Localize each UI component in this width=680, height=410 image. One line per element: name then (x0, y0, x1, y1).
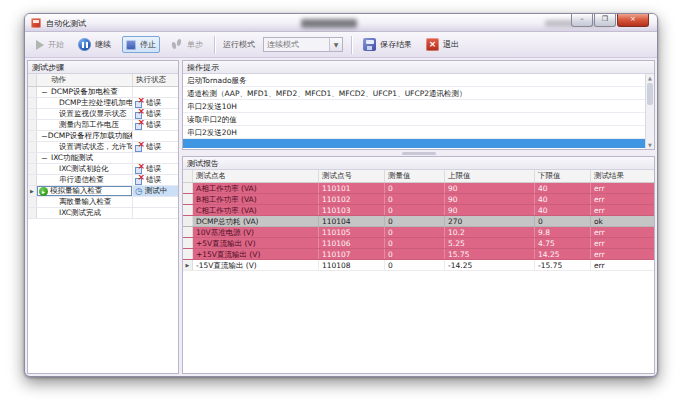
cell-id: 110102 (319, 194, 385, 204)
log-line[interactable]: 串口2发送10H (183, 100, 645, 113)
toolbar-separator (351, 36, 352, 54)
test-steps-panel: 测试步骤 动作 执行状态 −DCMP设备加电检查DCMP主控处理机加电错误设置监… (27, 60, 179, 374)
cell-measured: 0 (385, 216, 445, 226)
cell-id: 110105 (319, 227, 385, 237)
step-row[interactable]: 设置监视仪显示状态错误 (28, 109, 178, 120)
step-label: 设置监视仪显示状态 (59, 109, 127, 119)
cell-result: err (591, 249, 654, 259)
log-line[interactable]: 通道检测（AAP、MFD1、MFD2、MFCD1、MFCD2、UFCP1、UFC… (183, 87, 645, 100)
step-action-cell: 设置调试状态，允许Tornado... (37, 142, 132, 152)
error-icon (135, 176, 144, 185)
report-row[interactable]: +5V直流输出 (V)11010605.254.75err (183, 238, 654, 249)
report-row[interactable]: ▶-15V直流输出 (V)1101080-14.25-15.75err (183, 260, 654, 271)
collapse-icon[interactable]: − (41, 154, 51, 163)
cell-id: 110106 (319, 238, 385, 248)
step-button-label: 单步 (187, 39, 203, 50)
step-label: 串行通信检查 (59, 175, 104, 185)
collapse-icon[interactable]: − (41, 132, 48, 141)
error-icon (135, 143, 144, 152)
report-row[interactable]: C相工作功率 (VA)11010309040err (183, 205, 654, 216)
step-row[interactable]: IXC测试初始化错误 (28, 164, 178, 175)
save-icon (363, 38, 376, 51)
close-button[interactable]: × (617, 14, 649, 27)
cell-name: +5V直流输出 (V) (193, 238, 319, 248)
cell-upper: 90 (445, 194, 535, 204)
cell-result: err (591, 205, 654, 215)
app-window: 自动化测试 – ❐ × 开始 继续 停止 (24, 13, 658, 377)
resume-button[interactable]: 继续 (75, 36, 114, 53)
steps-action-column-header: 动作 (37, 74, 132, 86)
exit-button[interactable]: × 退出 (423, 36, 462, 53)
log-line[interactable]: 启动Tornado服务 (183, 74, 645, 87)
report-row[interactable]: DCMP总功耗 (VA)11010402700ok (183, 216, 654, 227)
error-icon (135, 165, 144, 174)
save-results-button[interactable]: 保存结果 (360, 36, 415, 53)
desktop-background: 自动化测试 – ❐ × 开始 继续 停止 (0, 0, 680, 410)
test-report-panel: 测试报告 测试点名 测试点号 测量值 上限值 下限值 测试结果 A相工作功率 (… (182, 156, 655, 374)
report-rows: A相工作功率 (VA)11010109040errB相工作功率 (VA)1101… (183, 183, 654, 271)
step-status-cell: 错误 (132, 142, 178, 152)
run-mode-select[interactable]: 连续模式 ▼ (263, 37, 343, 52)
cell-upper: 270 (445, 216, 535, 226)
report-row[interactable]: +15V直流输出 (V)110107015.7514.25err (183, 249, 654, 260)
cell-result: err (591, 238, 654, 248)
scrollbar-thumb[interactable] (647, 83, 653, 105)
cell-upper: -14.25 (445, 260, 535, 270)
step-status-cell: ◷测试中 (132, 186, 178, 196)
collapse-icon[interactable]: − (41, 88, 51, 97)
scroll-down-icon[interactable]: ▼ (646, 141, 654, 149)
step-label: 模拟量输入检查 (50, 186, 103, 196)
report-row[interactable]: 10V基准电源 (V)110105010.29.8err (183, 227, 654, 238)
row-selector (28, 131, 37, 141)
main-content: 测试步骤 动作 执行状态 −DCMP设备加电检查DCMP主控处理机加电错误设置监… (27, 60, 655, 374)
cell-result: err (591, 194, 654, 204)
step-status-text: 错误 (146, 142, 161, 152)
step-row[interactable]: −DCMP设备加电检查 (28, 87, 178, 98)
cell-name: A相工作功率 (VA) (193, 183, 319, 193)
step-status-text: 错误 (146, 98, 161, 108)
log-line-selected[interactable] (183, 139, 645, 148)
step-row[interactable]: −DCMP设备程序加载功能检查 (28, 131, 178, 142)
start-button[interactable]: 开始 (33, 37, 67, 52)
test-report-title: 测试报告 (183, 157, 654, 170)
step-row[interactable]: 离散量输入检查 (28, 197, 178, 208)
cell-name: C相工作功率 (VA) (193, 205, 319, 215)
titlebar[interactable]: 自动化测试 – ❐ × (25, 14, 657, 32)
cell-id: 110108 (319, 260, 385, 270)
row-selector (28, 120, 37, 130)
cell-upper: 10.2 (445, 227, 535, 237)
step-row[interactable]: IXC测试完成 (28, 208, 178, 219)
step-row[interactable]: DCMP主控处理机加电错误 (28, 98, 178, 109)
cell-upper: 90 (445, 183, 535, 193)
row-selector (28, 208, 37, 218)
cell-name: B相工作功率 (VA) (193, 194, 319, 204)
row-selector (183, 238, 193, 248)
row-selector (183, 249, 193, 259)
report-row[interactable]: B相工作功率 (VA)11010209040err (183, 194, 654, 205)
scroll-up-icon[interactable]: ▲ (646, 74, 654, 82)
log-line[interactable]: 串口2发送20H (183, 126, 645, 139)
log-line[interactable]: 读取串口2的值 (183, 113, 645, 126)
stop-icon (126, 40, 136, 50)
minimize-button[interactable]: – (571, 14, 593, 27)
step-row[interactable]: 设置调试状态，允许Tornado...错误 (28, 142, 178, 153)
maximize-button[interactable]: ❐ (594, 14, 616, 27)
step-row[interactable]: 串行通信检查错误 (28, 175, 178, 186)
step-row[interactable]: −IXC功能测试 (28, 153, 178, 164)
report-row[interactable]: A相工作功率 (VA)11010109040err (183, 183, 654, 194)
stop-button[interactable]: 停止 (122, 36, 160, 53)
toolbar-separator (214, 36, 215, 54)
cell-lower: 40 (535, 183, 591, 193)
step-row[interactable]: ▶▸模拟量输入检查◷测试中 (28, 186, 178, 197)
window-title: 自动化测试 (46, 18, 86, 29)
running-icon: ▸ (39, 187, 48, 196)
step-button[interactable]: 单步 (168, 37, 206, 52)
step-action-cell: IXC测试初始化 (37, 164, 132, 174)
log-scrollbar[interactable]: ▲ ▼ (645, 74, 654, 149)
report-table-header: 测试点名 测试点号 测量值 上限值 下限值 测试结果 (183, 170, 654, 183)
app-icon (31, 18, 41, 28)
step-status-cell: 错误 (132, 120, 178, 130)
step-row[interactable]: 测量内部工作电压错误 (28, 120, 178, 131)
start-button-label: 开始 (48, 39, 64, 50)
cell-id: 110101 (319, 183, 385, 193)
